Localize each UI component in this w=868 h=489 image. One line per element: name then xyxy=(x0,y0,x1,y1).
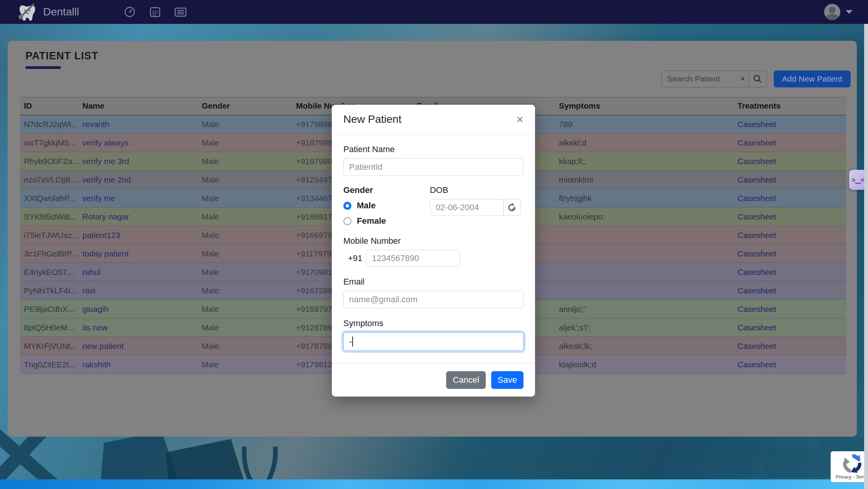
page-title: PATIENT LIST xyxy=(25,50,99,62)
gender-female-radio[interactable] xyxy=(343,217,351,225)
patient-name-link[interactable]: patient123 xyxy=(79,226,198,244)
gender-male-radio[interactable] xyxy=(343,202,351,210)
casesheet-link[interactable]: Casesheet xyxy=(734,281,846,300)
patient-name-link[interactable]: giuagih xyxy=(79,300,198,318)
casesheet-link[interactable]: Casesheet xyxy=(734,337,846,355)
patient-name-link[interactable]: its new xyxy=(79,318,198,337)
patient-name-link[interactable]: verify me xyxy=(79,189,198,208)
header-gender: Gender xyxy=(198,97,292,115)
top-navbar: Dentalll xyxy=(0,0,868,24)
email-field[interactable] xyxy=(343,291,523,308)
search-input[interactable] xyxy=(662,71,737,87)
symptoms-cell: kaeoiuoiepo; xyxy=(555,208,734,226)
casesheet-link[interactable]: Casesheet xyxy=(734,263,846,281)
page-scrollbar[interactable] xyxy=(864,24,868,489)
add-new-patient-button[interactable]: Add New Patient xyxy=(774,70,851,87)
patient-name-link[interactable]: verify me 3rd xyxy=(79,152,198,171)
gender-cell: Male xyxy=(198,189,292,208)
patient-name-link[interactable]: verify always xyxy=(79,134,198,152)
symptoms-cell: alkesk;lk; xyxy=(555,337,734,355)
list-icon[interactable] xyxy=(174,6,187,18)
patient-name-field[interactable] xyxy=(343,158,523,176)
dob-field[interactable]: 02-06-2004 xyxy=(430,199,503,216)
gender-label: Gender xyxy=(343,185,430,195)
symptoms-cell: ftrytrjgjhk xyxy=(555,189,734,208)
patient-id-cell: XXtQwolahP... xyxy=(20,189,79,208)
symptoms-cell xyxy=(555,281,734,300)
patient-name-link[interactable]: revanth xyxy=(79,115,198,134)
dentalll-logo-icon[interactable] xyxy=(17,2,38,22)
datepicker-toggle-button[interactable] xyxy=(503,199,520,216)
patient-name-link[interactable]: Rotary nagar xyxy=(79,208,198,226)
chevron-down-icon[interactable] xyxy=(846,10,853,14)
patient-id-cell: 3c1FhGelBtP... xyxy=(20,244,79,263)
patient-name-link[interactable]: rakshith xyxy=(79,355,198,374)
patient-id-cell: E4nykEO57... xyxy=(20,263,79,281)
modal-title: New Patient xyxy=(343,113,401,126)
app-root: Dentalll xyxy=(0,0,868,489)
dob-group: DOB 02-06-2004 xyxy=(430,185,523,226)
casesheet-link[interactable]: Casesheet xyxy=(734,226,846,244)
patient-id-cell: PE9ljaCdhX... xyxy=(20,300,79,318)
casesheet-link[interactable]: Casesheet xyxy=(734,134,846,152)
casesheet-link[interactable]: Casesheet xyxy=(734,152,846,171)
header-treatments: Treatments xyxy=(734,97,846,115)
patient-id-cell: PyNhiTkLF4i... xyxy=(20,281,79,300)
gender-group: Gender Male Female xyxy=(343,185,430,226)
symptoms-field[interactable]: - xyxy=(343,332,523,351)
casesheet-link[interactable]: Casesheet xyxy=(734,115,846,134)
patient-name-link[interactable]: new patient xyxy=(79,337,198,355)
casesheet-link[interactable]: Casesheet xyxy=(734,318,846,337)
casesheet-link[interactable]: Casesheet xyxy=(734,208,846,226)
symptoms-cell: alkekl;d xyxy=(555,134,734,152)
patient-id-cell: SYKfd5dWi8... xyxy=(20,208,79,226)
patient-id-cell: Tng0ZitEE2t... xyxy=(20,355,79,374)
calendar-icon[interactable] xyxy=(149,6,161,18)
casesheet-link[interactable]: Casesheet xyxy=(734,189,846,208)
mobile-field[interactable] xyxy=(366,250,460,267)
header-id: ID xyxy=(20,97,79,115)
text-cursor xyxy=(352,337,353,347)
patient-name-link[interactable]: verify me 2nd xyxy=(79,171,198,189)
patient-name-link[interactable]: rahul xyxy=(79,263,198,281)
close-icon[interactable]: × xyxy=(516,116,523,123)
gender-cell: Male xyxy=(198,263,292,281)
casesheet-link[interactable]: Casesheet xyxy=(734,244,846,263)
gender-female-label: Female xyxy=(357,216,386,226)
modal-header: New Patient × xyxy=(332,105,535,134)
casesheet-link[interactable]: Casesheet xyxy=(734,300,846,318)
patient-name-link[interactable]: ravi xyxy=(79,281,198,300)
patient-id-cell: wxT7gkkjM5... xyxy=(20,134,79,152)
recaptcha-badge[interactable]: Privacy - Terms xyxy=(831,451,868,482)
symptoms-label: Symptoms xyxy=(343,318,523,328)
casesheet-link[interactable]: Casesheet xyxy=(734,355,846,374)
toolbar: × Add New Patient xyxy=(661,70,851,87)
title-underline xyxy=(25,66,61,69)
patient-id-cell: 8ptQ5H0eM... xyxy=(20,318,79,337)
clear-search-icon[interactable]: × xyxy=(737,74,749,84)
navbar-user-area xyxy=(824,4,853,20)
casesheet-link[interactable]: Casesheet xyxy=(734,171,846,189)
symptoms-value: - xyxy=(349,337,352,347)
save-button[interactable]: Save xyxy=(491,371,523,389)
search-button[interactable] xyxy=(749,70,766,87)
email-label: Email xyxy=(343,277,523,287)
search-group: × xyxy=(661,70,767,87)
patient-id-cell: nzo7xVLCtjB... xyxy=(20,171,79,189)
gender-cell: Male xyxy=(198,152,292,171)
search-icon xyxy=(753,74,762,84)
brand-name[interactable]: Dentalll xyxy=(43,6,79,18)
cancel-button[interactable]: Cancel xyxy=(446,371,485,389)
recaptcha-privacy-terms[interactable]: Privacy - Terms xyxy=(836,474,868,480)
dob-label: DOB xyxy=(430,185,523,195)
gender-cell: Male xyxy=(198,300,292,318)
symptoms-cell xyxy=(555,226,734,244)
mobile-prefix: +91 xyxy=(348,253,362,263)
patient-name-link[interactable]: today patient xyxy=(79,244,198,263)
user-avatar[interactable] xyxy=(824,4,840,20)
gender-cell: Male xyxy=(198,115,292,134)
recaptcha-icon xyxy=(842,454,862,474)
navbar-menu xyxy=(124,6,187,18)
dashboard-icon[interactable] xyxy=(124,6,136,18)
symptoms-cell: 789 xyxy=(555,115,734,134)
